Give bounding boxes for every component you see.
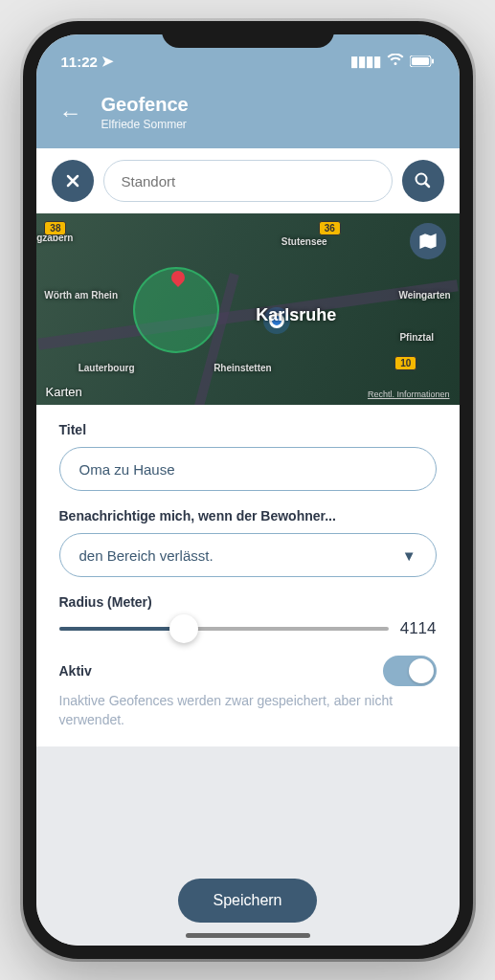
title-input[interactable] — [59, 447, 437, 491]
map-city-label: Weingarten — [398, 290, 450, 301]
clear-button[interactable] — [52, 160, 94, 202]
page-subtitle: Elfriede Sommer — [101, 118, 189, 131]
map-route-badge: 36 — [319, 221, 341, 235]
notify-value: den Bereich verlässt. — [79, 547, 214, 564]
title-label: Titel — [59, 422, 437, 437]
radius-label: Radius (Meter) — [59, 594, 437, 610]
map-city-label: Wörth am Rhein — [44, 290, 118, 301]
svg-rect-2 — [432, 58, 434, 63]
map[interactable]: Karlsruhe Stutensee Wörth am Rhein ergza… — [36, 213, 460, 405]
screen: 11:22 ➤ ▮▮▮▮ ← Geofence Elfriede Sommer — [36, 34, 460, 946]
signal-icon: ▮▮▮▮ — [350, 53, 381, 70]
map-city-label: Stutensee — [281, 236, 327, 247]
active-label: Aktiv — [59, 663, 92, 679]
phone-frame: 11:22 ➤ ▮▮▮▮ ← Geofence Elfriede Sommer — [23, 21, 473, 959]
notify-label: Benachrichtige mich, wenn der Bewohner..… — [59, 508, 437, 523]
map-city-label: Pfinztal — [399, 332, 434, 343]
header: ← Geofence Elfriede Sommer — [36, 80, 460, 148]
bottom-area: Speichern — [36, 746, 460, 946]
map-city-label: Karlsruhe — [256, 305, 336, 325]
radius-value: 4114 — [400, 619, 437, 638]
notify-select[interactable]: den Bereich verlässt. ▼ — [59, 533, 437, 577]
map-city-label: Rheinstetten — [214, 363, 272, 373]
active-toggle[interactable] — [383, 656, 437, 686]
map-city-label: Lauterbourg — [79, 363, 135, 373]
svg-rect-1 — [412, 57, 429, 65]
home-indicator[interactable] — [186, 933, 310, 938]
location-search-input[interactable] — [103, 160, 393, 202]
radius-slider[interactable] — [59, 627, 389, 631]
map-attribution: Karten — [46, 385, 82, 399]
notch — [162, 21, 334, 48]
back-arrow-icon[interactable]: ← — [59, 100, 82, 126]
search-bar — [36, 148, 460, 213]
save-button[interactable]: Speichern — [178, 879, 316, 923]
active-hint: Inaktive Geofences werden zwar gespeiche… — [59, 692, 437, 729]
status-time: 11:22 — [61, 54, 98, 70]
wifi-icon — [387, 54, 404, 70]
map-route-badge: 38 — [44, 221, 66, 235]
battery-icon — [410, 54, 435, 70]
form-section: Titel Benachrichtige mich, wenn der Bewo… — [36, 405, 460, 746]
map-route-badge: 10 — [394, 356, 416, 370]
map-legal-link[interactable]: Rechtl. Informationen — [368, 390, 450, 399]
chevron-down-icon: ▼ — [402, 547, 416, 564]
page-title: Geofence — [101, 94, 189, 116]
location-icon: ➤ — [101, 53, 114, 70]
search-button[interactable] — [402, 160, 444, 202]
slider-thumb[interactable] — [169, 614, 198, 643]
map-type-button[interactable] — [410, 223, 446, 259]
